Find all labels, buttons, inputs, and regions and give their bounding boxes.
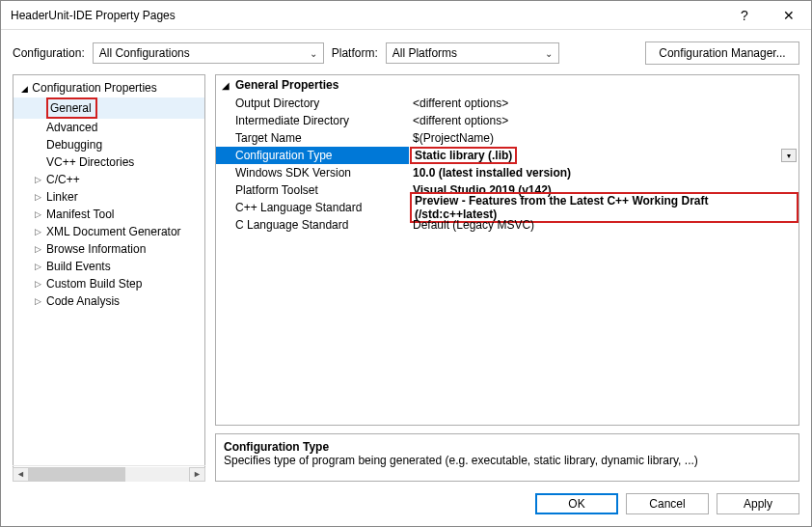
titlebar: HeaderUnit-IDE Property Pages ? ✕	[1, 1, 811, 30]
platform-combobox[interactable]: All Platforms ⌄	[386, 42, 559, 64]
tree-item[interactable]: VC++ Directories	[14, 153, 204, 171]
config-row: Configuration: All Configurations ⌄ Plat…	[1, 30, 811, 70]
property-row[interactable]: Windows SDK Version10.0 (latest installe…	[216, 164, 798, 181]
tree-item[interactable]: General	[14, 97, 204, 119]
property-value-text: Default (Legacy MSVC)	[413, 218, 534, 232]
expand-icon[interactable]: ▷	[33, 240, 42, 258]
property-name: Intermediate Directory	[216, 114, 409, 127]
tree-item[interactable]: ▷Manifest Tool	[14, 206, 204, 223]
property-value[interactable]: Static library (.lib)▾	[409, 147, 798, 164]
expand-icon[interactable]: ▷	[33, 171, 42, 188]
scroll-thumb[interactable]	[29, 467, 125, 482]
tree-item[interactable]: ▷Build Events	[14, 258, 204, 275]
expand-icon[interactable]: ▷	[33, 188, 42, 206]
property-row[interactable]: Configuration TypeStatic library (.lib)▾	[216, 147, 798, 164]
tree-item-label: Build Events	[46, 258, 111, 275]
scroll-track[interactable]	[29, 467, 189, 482]
property-row[interactable]: Output Directory<different options>	[216, 95, 798, 112]
platform-label: Platform:	[332, 46, 378, 60]
tree-item[interactable]: ▷Browse Information	[14, 240, 204, 258]
configuration-combobox[interactable]: All Configurations ⌄	[93, 42, 324, 64]
tree-item[interactable]: ▷Linker	[14, 188, 204, 206]
property-value-text: <different options>	[413, 97, 508, 110]
expand-icon[interactable]: ▷	[33, 275, 42, 292]
chevron-down-icon: ⌄	[545, 48, 553, 59]
configuration-manager-button[interactable]: Configuration Manager...	[645, 42, 799, 65]
property-row[interactable]: Target Name$(ProjectName)	[216, 129, 798, 147]
dropdown-icon[interactable]: ▾	[781, 149, 797, 162]
property-name: C Language Standard	[216, 218, 409, 232]
tree-item-label: General	[46, 97, 97, 119]
tree-item-label: Custom Build Step	[46, 275, 142, 292]
expand-icon[interactable]: ▷	[33, 206, 42, 223]
property-value-text: 10.0 (latest installed version)	[413, 166, 571, 180]
platform-value: All Platforms	[392, 46, 457, 60]
property-value[interactable]: 10.0 (latest installed version)	[409, 166, 798, 180]
property-name: Target Name	[216, 131, 409, 145]
configuration-label: Configuration:	[13, 46, 85, 60]
property-name: Output Directory	[216, 97, 409, 110]
tree-item-label: Advanced	[46, 121, 97, 134]
tree-item-label: Linker	[46, 188, 78, 206]
property-value-text: $(ProjectName)	[413, 131, 494, 145]
expand-icon[interactable]: ▷	[33, 292, 42, 310]
chevron-down-icon: ⌄	[310, 48, 317, 59]
ok-button[interactable]: OK	[535, 493, 618, 514]
tree-item-label: Browse Information	[46, 240, 146, 258]
property-value-text: Static library (.lib)	[410, 147, 517, 164]
configuration-value: All Configurations	[99, 46, 190, 60]
description-pane: Configuration Type Specifies type of pro…	[215, 433, 799, 482]
tree-root-label: Configuration Properties	[32, 81, 156, 95]
tree-item[interactable]: ▷XML Document Generator	[14, 223, 204, 240]
tree-item-label: Code Analysis	[46, 292, 120, 310]
property-value[interactable]: $(ProjectName)	[409, 131, 798, 145]
property-pages-window: HeaderUnit-IDE Property Pages ? ✕ Config…	[0, 0, 812, 527]
tree-item[interactable]: ▷Custom Build Step	[14, 275, 204, 292]
window-title: HeaderUnit-IDE Property Pages	[11, 9, 722, 22]
collapse-icon[interactable]: ◢	[19, 80, 29, 97]
tree-item[interactable]: ▷Code Analysis	[14, 292, 204, 310]
property-value[interactable]: <different options>	[409, 97, 798, 110]
tree-item-label: Debugging	[46, 138, 102, 152]
help-button[interactable]: ?	[722, 1, 767, 30]
apply-button[interactable]: Apply	[717, 493, 799, 514]
description-text: Specifies type of program being generate…	[224, 454, 791, 467]
collapse-icon[interactable]: ◢	[222, 80, 230, 91]
property-row[interactable]: C++ Language StandardPreview - Features …	[216, 199, 798, 216]
tree-item-label: C/C++	[46, 171, 80, 188]
property-name: C++ Language Standard	[216, 201, 409, 214]
scroll-left-icon[interactable]: ◄	[13, 467, 29, 482]
tree-item[interactable]: Debugging	[14, 136, 204, 153]
tree-item-label: VC++ Directories	[46, 155, 134, 169]
grid-group-header[interactable]: ◢ General Properties	[216, 75, 798, 95]
property-value[interactable]: Default (Legacy MSVC)	[409, 218, 798, 232]
tree-item-label: XML Document Generator	[46, 223, 181, 240]
nav-tree[interactable]: ◢ Configuration Properties GeneralAdvanc…	[13, 74, 205, 482]
tree-item[interactable]: Advanced	[14, 119, 204, 136]
property-value[interactable]: <different options>	[409, 114, 798, 127]
close-button[interactable]: ✕	[767, 1, 811, 30]
tree-item[interactable]: ▷C/C++	[14, 171, 204, 188]
dialog-footer: OK Cancel Apply	[1, 482, 811, 526]
property-row[interactable]: C Language StandardDefault (Legacy MSVC)	[216, 216, 798, 234]
tree-hscrollbar[interactable]: ◄ ►	[13, 465, 205, 482]
property-name: Windows SDK Version	[216, 166, 409, 180]
description-title: Configuration Type	[224, 440, 329, 454]
property-grid: ◢ General Properties Output Directory<di…	[215, 74, 799, 426]
property-value-text: <different options>	[413, 114, 508, 127]
grid-group-title: General Properties	[235, 78, 338, 92]
tree-root[interactable]: ◢ Configuration Properties	[14, 79, 204, 97]
property-row[interactable]: Intermediate Directory<different options…	[216, 112, 798, 129]
cancel-button[interactable]: Cancel	[626, 493, 709, 514]
scroll-right-icon[interactable]: ►	[189, 467, 205, 482]
tree-item-label: Manifest Tool	[46, 206, 114, 223]
expand-icon[interactable]: ▷	[33, 258, 42, 275]
property-name: Platform Toolset	[216, 183, 409, 197]
property-name: Configuration Type	[216, 149, 409, 162]
expand-icon[interactable]: ▷	[33, 223, 42, 240]
